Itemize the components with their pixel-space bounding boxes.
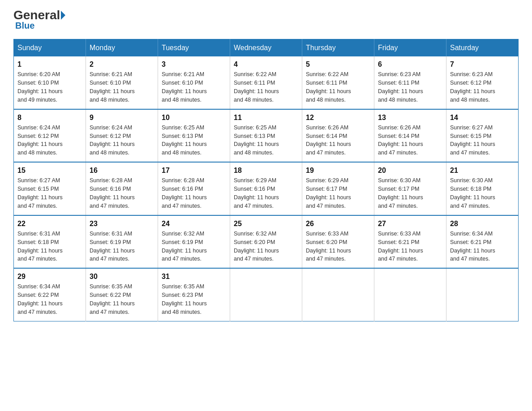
- day-number: 29: [17, 271, 82, 282]
- day-info: Sunrise: 6:26 AMSunset: 6:14 PMDaylight:…: [378, 124, 423, 156]
- day-info: Sunrise: 6:23 AMSunset: 6:12 PMDaylight:…: [450, 71, 495, 103]
- logo-blue: Blue: [15, 21, 34, 31]
- day-info: Sunrise: 6:35 AMSunset: 6:22 PMDaylight:…: [90, 283, 135, 315]
- header-sunday: Sunday: [14, 39, 86, 57]
- calendar-cell: 6 Sunrise: 6:23 AMSunset: 6:11 PMDayligh…: [374, 56, 446, 109]
- calendar-cell: 24 Sunrise: 6:32 AMSunset: 6:19 PMDaylig…: [158, 215, 230, 269]
- day-info: Sunrise: 6:22 AMSunset: 6:11 PMDaylight:…: [234, 71, 279, 103]
- calendar-week-row: 15 Sunrise: 6:27 AMSunset: 6:15 PMDaylig…: [14, 162, 519, 215]
- day-info: Sunrise: 6:34 AMSunset: 6:22 PMDaylight:…: [17, 283, 63, 315]
- calendar-cell: 15 Sunrise: 6:27 AMSunset: 6:15 PMDaylig…: [14, 162, 86, 215]
- calendar-header-row: SundayMondayTuesdayWednesdayThursdayFrid…: [14, 39, 519, 57]
- day-number: 10: [162, 112, 226, 123]
- calendar-cell: 28 Sunrise: 6:34 AMSunset: 6:21 PMDaylig…: [446, 215, 519, 269]
- day-number: 31: [162, 271, 226, 282]
- day-number: 27: [378, 218, 442, 229]
- day-info: Sunrise: 6:31 AMSunset: 6:19 PMDaylight:…: [90, 231, 135, 262]
- day-number: 20: [378, 165, 442, 176]
- logo-arrow-icon: [61, 11, 65, 20]
- day-info: Sunrise: 6:28 AMSunset: 6:16 PMDaylight:…: [162, 177, 207, 209]
- day-info: Sunrise: 6:32 AMSunset: 6:19 PMDaylight:…: [162, 231, 207, 262]
- day-number: 3: [162, 59, 226, 69]
- calendar-cell: [374, 268, 446, 321]
- logo: General Blue: [13, 9, 65, 31]
- calendar-cell: 18 Sunrise: 6:29 AMSunset: 6:16 PMDaylig…: [230, 162, 302, 215]
- day-number: 30: [90, 271, 154, 282]
- day-info: Sunrise: 6:25 AMSunset: 6:13 PMDaylight:…: [234, 124, 279, 156]
- day-number: 26: [306, 218, 370, 229]
- day-number: 17: [162, 165, 226, 176]
- day-info: Sunrise: 6:28 AMSunset: 6:16 PMDaylight:…: [90, 177, 135, 209]
- day-info: Sunrise: 6:30 AMSunset: 6:18 PMDaylight:…: [450, 177, 495, 209]
- day-info: Sunrise: 6:24 AMSunset: 6:12 PMDaylight:…: [17, 124, 63, 156]
- header-wednesday: Wednesday: [230, 39, 302, 57]
- day-info: Sunrise: 6:30 AMSunset: 6:17 PMDaylight:…: [378, 177, 423, 209]
- header-tuesday: Tuesday: [158, 39, 230, 57]
- calendar-cell: 29 Sunrise: 6:34 AMSunset: 6:22 PMDaylig…: [14, 268, 86, 321]
- day-number: 22: [17, 218, 82, 229]
- day-number: 7: [450, 59, 515, 69]
- day-info: Sunrise: 6:34 AMSunset: 6:21 PMDaylight:…: [450, 231, 495, 262]
- day-info: Sunrise: 6:33 AMSunset: 6:20 PMDaylight:…: [306, 231, 351, 262]
- day-info: Sunrise: 6:32 AMSunset: 6:20 PMDaylight:…: [234, 231, 279, 262]
- day-info: Sunrise: 6:20 AMSunset: 6:10 PMDaylight:…: [17, 71, 63, 103]
- day-info: Sunrise: 6:31 AMSunset: 6:18 PMDaylight:…: [17, 231, 63, 262]
- calendar-week-row: 1 Sunrise: 6:20 AMSunset: 6:10 PMDayligh…: [14, 56, 519, 109]
- day-info: Sunrise: 6:24 AMSunset: 6:12 PMDaylight:…: [90, 124, 135, 156]
- calendar-cell: 13 Sunrise: 6:26 AMSunset: 6:14 PMDaylig…: [374, 109, 446, 163]
- day-info: Sunrise: 6:27 AMSunset: 6:15 PMDaylight:…: [17, 177, 63, 209]
- day-info: Sunrise: 6:33 AMSunset: 6:21 PMDaylight:…: [378, 231, 423, 262]
- day-number: 16: [90, 165, 154, 176]
- day-info: Sunrise: 6:29 AMSunset: 6:17 PMDaylight:…: [306, 177, 351, 209]
- calendar-cell: 10 Sunrise: 6:25 AMSunset: 6:13 PMDaylig…: [158, 109, 230, 163]
- calendar-cell: 2 Sunrise: 6:21 AMSunset: 6:10 PMDayligh…: [86, 56, 158, 109]
- calendar-cell: 21 Sunrise: 6:30 AMSunset: 6:18 PMDaylig…: [446, 162, 519, 215]
- calendar-cell: 3 Sunrise: 6:21 AMSunset: 6:10 PMDayligh…: [158, 56, 230, 109]
- page-header: General Blue: [13, 9, 519, 31]
- day-number: 6: [378, 59, 442, 69]
- calendar-cell: 31 Sunrise: 6:35 AMSunset: 6:23 PMDaylig…: [158, 268, 230, 321]
- day-info: Sunrise: 6:27 AMSunset: 6:15 PMDaylight:…: [450, 124, 495, 156]
- calendar-cell: 25 Sunrise: 6:32 AMSunset: 6:20 PMDaylig…: [230, 215, 302, 269]
- day-info: Sunrise: 6:26 AMSunset: 6:14 PMDaylight:…: [306, 124, 351, 156]
- day-number: 8: [17, 112, 82, 123]
- logo-general: General: [13, 9, 60, 21]
- day-number: 4: [234, 59, 298, 69]
- calendar-cell: 4 Sunrise: 6:22 AMSunset: 6:11 PMDayligh…: [230, 56, 302, 109]
- day-number: 21: [450, 165, 515, 176]
- day-info: Sunrise: 6:23 AMSunset: 6:11 PMDaylight:…: [378, 71, 423, 103]
- day-number: 23: [90, 218, 154, 229]
- day-number: 18: [234, 165, 298, 176]
- calendar-table: SundayMondayTuesdayWednesdayThursdayFrid…: [13, 39, 519, 321]
- day-number: 14: [450, 112, 515, 123]
- calendar-cell: 9 Sunrise: 6:24 AMSunset: 6:12 PMDayligh…: [86, 109, 158, 163]
- header-monday: Monday: [86, 39, 158, 57]
- day-number: 5: [306, 59, 370, 69]
- calendar-cell: 26 Sunrise: 6:33 AMSunset: 6:20 PMDaylig…: [302, 215, 374, 269]
- calendar-cell: 20 Sunrise: 6:30 AMSunset: 6:17 PMDaylig…: [374, 162, 446, 215]
- day-number: 2: [90, 59, 154, 69]
- calendar-cell: 22 Sunrise: 6:31 AMSunset: 6:18 PMDaylig…: [14, 215, 86, 269]
- calendar-cell: 19 Sunrise: 6:29 AMSunset: 6:17 PMDaylig…: [302, 162, 374, 215]
- calendar-cell: 30 Sunrise: 6:35 AMSunset: 6:22 PMDaylig…: [86, 268, 158, 321]
- day-number: 1: [17, 59, 82, 69]
- day-info: Sunrise: 6:35 AMSunset: 6:23 PMDaylight:…: [162, 283, 207, 315]
- calendar-week-row: 8 Sunrise: 6:24 AMSunset: 6:12 PMDayligh…: [14, 109, 519, 163]
- day-number: 28: [450, 218, 515, 229]
- calendar-cell: [230, 268, 302, 321]
- day-number: 24: [162, 218, 226, 229]
- calendar-cell: [446, 268, 519, 321]
- day-number: 13: [378, 112, 442, 123]
- calendar-cell: 7 Sunrise: 6:23 AMSunset: 6:12 PMDayligh…: [446, 56, 519, 109]
- calendar-cell: 14 Sunrise: 6:27 AMSunset: 6:15 PMDaylig…: [446, 109, 519, 163]
- day-number: 19: [306, 165, 370, 176]
- day-info: Sunrise: 6:25 AMSunset: 6:13 PMDaylight:…: [162, 124, 207, 156]
- header-thursday: Thursday: [302, 39, 374, 57]
- calendar-week-row: 29 Sunrise: 6:34 AMSunset: 6:22 PMDaylig…: [14, 268, 519, 321]
- day-info: Sunrise: 6:29 AMSunset: 6:16 PMDaylight:…: [234, 177, 279, 209]
- day-info: Sunrise: 6:22 AMSunset: 6:11 PMDaylight:…: [306, 71, 351, 103]
- header-friday: Friday: [374, 39, 446, 57]
- calendar-cell: 12 Sunrise: 6:26 AMSunset: 6:14 PMDaylig…: [302, 109, 374, 163]
- header-saturday: Saturday: [446, 39, 519, 57]
- day-info: Sunrise: 6:21 AMSunset: 6:10 PMDaylight:…: [162, 71, 207, 103]
